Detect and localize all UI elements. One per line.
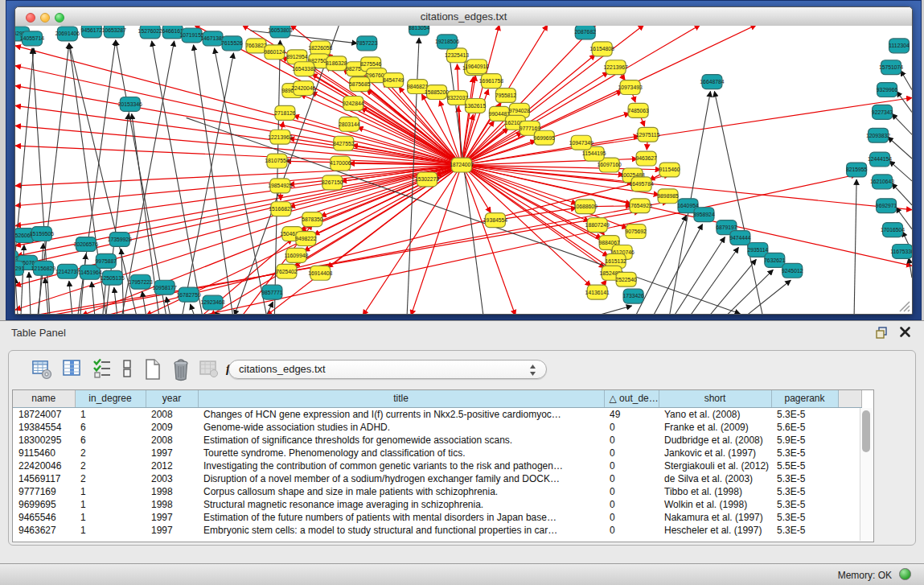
graph-node[interactable]: 9463627 bbox=[635, 151, 657, 166]
table-cell[interactable]: 9699695 bbox=[13, 498, 75, 511]
graph-node[interactable]: 7615526 bbox=[221, 36, 243, 51]
table-row[interactable]: 911546021997Tourette syndrome. Phenomeno… bbox=[13, 447, 861, 459]
table-cell[interactable]: 1 bbox=[75, 511, 146, 524]
graph-node[interactable]: 15166827 bbox=[269, 202, 293, 216]
graph-node[interactable]: 9075692 bbox=[625, 225, 647, 239]
table-cell[interactable]: 5.3E-5 bbox=[771, 485, 838, 498]
graph-node[interactable]: 12975115 bbox=[636, 127, 660, 142]
graph-node[interactable]: 1733426 bbox=[622, 289, 644, 303]
graph-node[interactable]: 9898985 bbox=[657, 189, 679, 204]
table-cell[interactable]: 5.6E-5 bbox=[771, 421, 838, 434]
table-cell[interactable]: 18724007 bbox=[13, 407, 75, 421]
graph-node[interactable]: 18226058 bbox=[308, 41, 332, 56]
graph-node[interactable]: 17654923 bbox=[628, 199, 652, 213]
table-cell[interactable] bbox=[838, 407, 861, 421]
table-cell[interactable]: 0 bbox=[604, 434, 659, 447]
resize-grip-icon[interactable] bbox=[897, 299, 910, 312]
network-canvas[interactable]: 1872400776638229860124891295418226058982… bbox=[15, 26, 912, 314]
table-cell[interactable]: 6 bbox=[75, 421, 146, 434]
column-header-year[interactable]: year bbox=[146, 390, 198, 407]
table-cell[interactable] bbox=[838, 447, 861, 459]
create-table-icon[interactable] bbox=[142, 358, 163, 382]
graph-node[interactable]: 9245012 bbox=[782, 263, 803, 278]
graph-edge[interactable] bbox=[15, 46, 462, 165]
table-cell[interactable] bbox=[838, 524, 861, 537]
table-cell[interactable]: 2 bbox=[75, 472, 146, 485]
graph-edge[interactable] bbox=[15, 278, 18, 314]
table-cell[interactable]: Stergiakouli et al. (2012) bbox=[659, 459, 771, 472]
column-header-pagerank[interactable]: pagerank bbox=[771, 390, 838, 407]
graph-node[interactable]: 9329966 bbox=[877, 83, 898, 97]
graph-node[interactable]: 2718126 bbox=[274, 105, 296, 120]
table-cell[interactable]: 5.5E-5 bbox=[771, 459, 838, 472]
graph-edge[interactable] bbox=[654, 225, 703, 314]
graph-node[interactable]: 14136141 bbox=[585, 285, 610, 299]
graph-node[interactable]: 19218506 bbox=[435, 35, 459, 49]
graph-edge[interactable] bbox=[457, 64, 462, 165]
graph-edge[interactable] bbox=[191, 304, 195, 314]
graph-edge[interactable] bbox=[250, 31, 357, 43]
table-cell[interactable]: 2008 bbox=[146, 434, 198, 447]
table-cell[interactable]: 0 bbox=[604, 447, 659, 459]
table-cell[interactable]: Dudbridge et al. (2008) bbox=[659, 434, 771, 447]
graph-node[interactable]: 12505135 bbox=[101, 270, 125, 285]
graph-node[interactable]: 8267150 bbox=[322, 175, 343, 190]
graph-edge[interactable] bbox=[598, 306, 632, 314]
graph-edge[interactable] bbox=[462, 165, 589, 221]
graph-node[interactable]: 12923468 bbox=[200, 295, 224, 310]
graph-node[interactable]: 15751074 bbox=[879, 60, 903, 75]
graph-node[interactable]: 18807249 bbox=[585, 218, 610, 233]
table-row[interactable]: 1830029562008Estimation of significance … bbox=[13, 434, 861, 447]
table-cell[interactable]: 5.3E-5 bbox=[771, 407, 838, 421]
graph-node[interactable]: 11609948 bbox=[285, 248, 309, 262]
graph-edge[interactable] bbox=[411, 165, 462, 314]
table-cell[interactable]: 1 bbox=[75, 485, 146, 498]
graph-node[interactable]: 9456172 bbox=[81, 26, 103, 38]
table-cell[interactable]: 49 bbox=[604, 407, 659, 421]
row-height-icon[interactable] bbox=[120, 358, 134, 381]
table-row[interactable]: 2242004622012Investigating the contribut… bbox=[13, 459, 861, 472]
graph-node[interactable]: 8427552 bbox=[333, 136, 355, 150]
table-scrollbar[interactable] bbox=[860, 408, 873, 541]
delete-table-icon[interactable] bbox=[170, 358, 192, 382]
close-panel-icon[interactable] bbox=[899, 326, 911, 338]
graph-node[interactable]: 5878350 bbox=[302, 212, 323, 227]
graph-edge[interactable] bbox=[116, 40, 166, 314]
graph-node[interactable]: 17016504 bbox=[881, 223, 905, 237]
table-selector-dropdown[interactable]: citations_edges.txt bbox=[228, 360, 547, 379]
graph-node[interactable]: 16053803 bbox=[268, 26, 292, 38]
table-cell[interactable]: 1998 bbox=[146, 485, 198, 498]
graph-edge[interactable] bbox=[266, 302, 273, 314]
table-cell[interactable]: Structural magnetic resonance image aver… bbox=[198, 498, 604, 511]
table-row[interactable]: 969969511998Structural magnetic resonanc… bbox=[13, 498, 861, 511]
graph-node[interactable]: 10947349 bbox=[569, 135, 593, 150]
table-cell[interactable]: de Silva et al. (2003) bbox=[659, 472, 771, 485]
graph-edge[interactable] bbox=[726, 270, 773, 314]
column-header-filler[interactable] bbox=[838, 390, 861, 407]
table-row[interactable]: 1938455462009Genome-wide association stu… bbox=[13, 421, 861, 434]
graph-node[interactable]: 9699695 bbox=[534, 130, 556, 145]
graph-node[interactable]: 15276022 bbox=[138, 26, 162, 39]
table-cell[interactable]: 1 bbox=[75, 498, 146, 511]
float-panel-icon[interactable] bbox=[875, 326, 889, 340]
graph-node[interactable]: 1362615 bbox=[465, 98, 487, 113]
graph-node[interactable]: 19854925 bbox=[268, 179, 292, 193]
graph-node[interactable]: 8186328 bbox=[326, 56, 347, 71]
graph-edge[interactable] bbox=[80, 253, 86, 314]
table-cell[interactable]: 0 bbox=[604, 485, 659, 498]
table-cell[interactable]: 0 bbox=[604, 498, 659, 511]
table-cell[interactable]: Investigating the contribution of common… bbox=[198, 459, 604, 472]
graph-edge[interactable] bbox=[690, 247, 738, 314]
graph-node[interactable]: 20206576 bbox=[74, 237, 98, 252]
table-cell[interactable]: Yano et al. (2008) bbox=[659, 407, 771, 421]
table-cell[interactable]: 1998 bbox=[146, 498, 198, 511]
graph-node[interactable]: 7632621 bbox=[764, 253, 786, 267]
table-cell[interactable]: Embryonic stem cells: a model to study s… bbox=[198, 524, 604, 537]
graph-node[interactable]: 18107554 bbox=[265, 154, 289, 168]
column-header-title[interactable]: title bbox=[198, 390, 604, 407]
graph-edge[interactable] bbox=[901, 71, 912, 90]
graph-node[interactable]: 4170006 bbox=[330, 156, 351, 171]
graph-node[interactable]: 2803144 bbox=[339, 117, 360, 131]
graph-node[interactable]: 7955812 bbox=[495, 89, 517, 103]
table-cell[interactable]: 2003 bbox=[146, 472, 198, 485]
